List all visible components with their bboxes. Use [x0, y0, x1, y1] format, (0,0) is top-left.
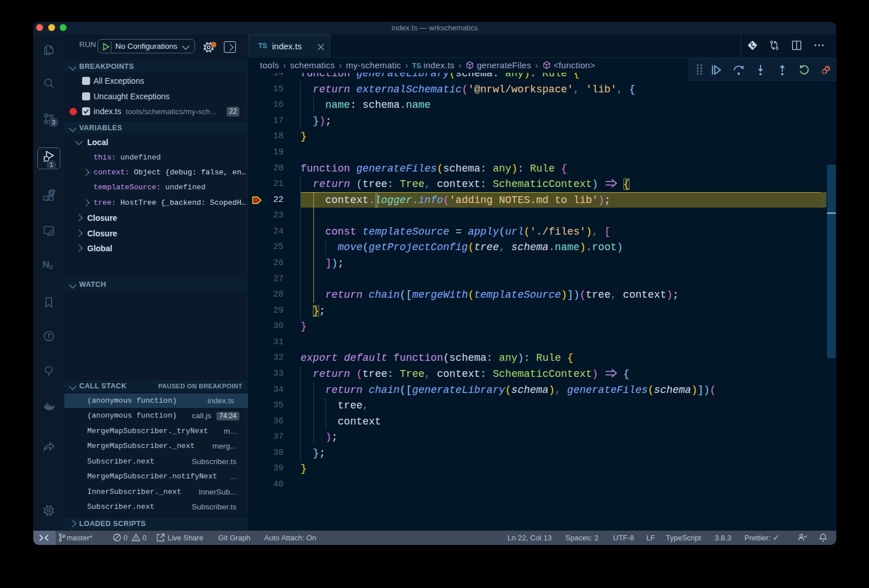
svg-text:≥: ≥: [49, 263, 53, 271]
svg-text:N: N: [42, 259, 49, 270]
